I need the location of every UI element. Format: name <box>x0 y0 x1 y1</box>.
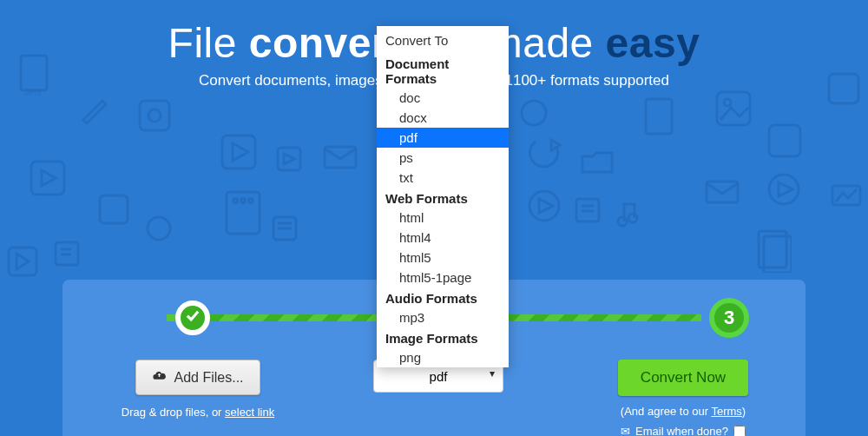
agree-text: (And agree to our Terms) <box>609 405 757 418</box>
step-3-node: 3 <box>709 298 749 338</box>
svg-rect-10 <box>56 242 78 265</box>
dropdown-title: Convert To <box>377 26 509 53</box>
svg-rect-8 <box>9 248 36 275</box>
svg-marker-39 <box>779 182 792 196</box>
dropdown-option-txt[interactable]: txt <box>377 168 509 188</box>
add-files-label: Add Files... <box>174 370 243 386</box>
dropdown-option-html5[interactable]: html5 <box>377 248 509 268</box>
dropdown-option-docx[interactable]: docx <box>377 108 509 128</box>
svg-marker-9 <box>16 254 29 269</box>
drop-hint: Drag & drop files, or select link <box>111 406 285 419</box>
dropdown-option-doc[interactable]: doc <box>377 88 509 108</box>
agree-prefix: (And agree to our <box>621 405 712 418</box>
email-when-label: Email when done? <box>635 425 728 436</box>
svg-rect-21 <box>273 217 296 240</box>
dropdown-option-html[interactable]: html <box>377 208 509 228</box>
upload-icon <box>152 368 167 386</box>
title-easy: easy <box>606 20 700 66</box>
svg-point-27 <box>529 191 559 221</box>
svg-point-25 <box>522 101 546 125</box>
svg-rect-44 <box>832 186 860 205</box>
svg-rect-6 <box>100 195 128 223</box>
email-when-checkbox[interactable] <box>733 426 746 437</box>
svg-marker-14 <box>233 143 248 161</box>
svg-rect-24 <box>325 147 356 168</box>
svg-rect-29 <box>576 199 599 221</box>
dropdown-group-label: Document Formats <box>377 53 509 88</box>
svg-point-20 <box>249 199 253 203</box>
select-link[interactable]: select link <box>225 406 274 419</box>
convert-to-dropdown[interactable]: Convert To Document Formatsdocdocxpdfpst… <box>377 26 509 367</box>
svg-rect-34 <box>646 99 672 134</box>
svg-rect-15 <box>278 148 300 170</box>
svg-rect-37 <box>769 125 800 156</box>
envelope-icon: ✉ <box>621 425 630 436</box>
dropdown-option-pdf[interactable]: pdf <box>377 128 509 148</box>
svg-rect-41 <box>759 231 786 268</box>
title-prefix: File <box>168 20 249 66</box>
svg-point-19 <box>241 199 246 203</box>
step-3-label: 3 <box>724 307 734 329</box>
svg-point-3 <box>148 109 161 122</box>
dropdown-group-label: Audio Formats <box>377 287 509 307</box>
dropdown-group-label: Web Formats <box>377 188 509 208</box>
dropdown-option-mp3[interactable]: mp3 <box>377 307 509 327</box>
terms-link[interactable]: Terms <box>711 405 741 418</box>
drop-hint-text: Drag & drop files, or <box>122 406 225 419</box>
svg-marker-26 <box>551 140 560 150</box>
svg-point-18 <box>233 199 238 203</box>
step-1-done-node <box>175 301 210 335</box>
svg-point-33 <box>628 214 637 222</box>
convert-now-button[interactable]: Convert Now <box>618 360 748 396</box>
svg-rect-40 <box>707 182 738 202</box>
svg-rect-17 <box>227 192 260 234</box>
dropdown-option-ps[interactable]: ps <box>377 148 509 168</box>
check-icon <box>183 306 202 330</box>
dropdown-option-html4[interactable]: html4 <box>377 228 509 248</box>
svg-point-32 <box>618 217 627 226</box>
svg-marker-16 <box>284 154 294 164</box>
svg-rect-4 <box>31 162 64 195</box>
svg-point-7 <box>148 217 170 240</box>
svg-point-36 <box>724 99 731 106</box>
svg-rect-35 <box>717 92 750 125</box>
dropdown-group-label: Image Formats <box>377 327 509 347</box>
dropdown-option-html5-1page[interactable]: html5-1page <box>377 268 509 287</box>
svg-rect-13 <box>222 135 255 168</box>
svg-rect-42 <box>764 236 792 273</box>
svg-point-38 <box>769 175 799 204</box>
agree-suffix: ) <box>742 405 746 418</box>
dropdown-option-png[interactable]: png <box>377 347 509 367</box>
svg-rect-2 <box>140 101 169 130</box>
svg-marker-28 <box>539 199 553 213</box>
add-files-button[interactable]: Add Files... <box>135 360 260 395</box>
svg-marker-5 <box>42 170 56 186</box>
